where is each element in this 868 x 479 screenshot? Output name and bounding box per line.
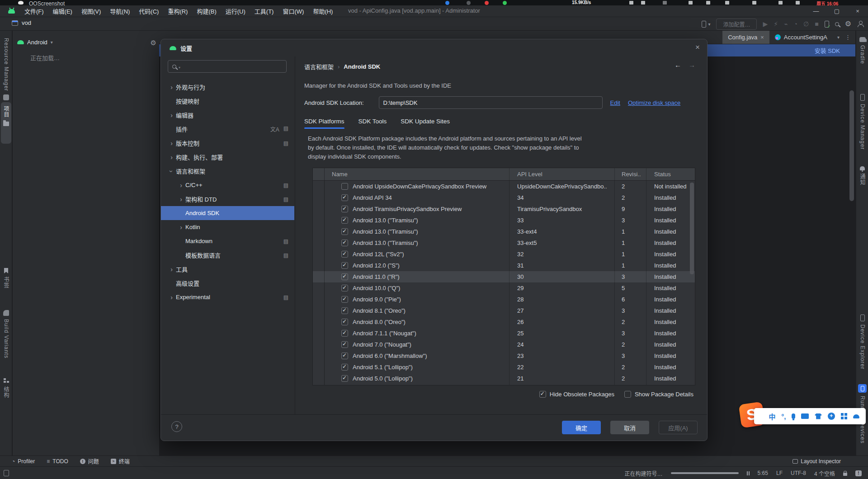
project-widget[interactable]: vod — [12, 19, 31, 26]
hide-obsolete-checkbox[interactable] — [539, 391, 546, 398]
settings-gear-icon[interactable]: ⚙ — [845, 20, 851, 28]
row-checkbox[interactable] — [341, 217, 348, 224]
close-button[interactable]: × — [847, 5, 868, 17]
sdk-tab[interactable]: SDK Tools — [359, 115, 387, 129]
stripe-bookmarks[interactable]: 书签 — [0, 268, 12, 288]
stop-button[interactable]: ■ — [815, 21, 818, 27]
ime-chinese-mode-icon[interactable]: 中 — [769, 412, 775, 421]
stripe-structure[interactable]: 结构 — [0, 378, 12, 398]
table-row[interactable]: Android UpsideDownCakePrivacySandbox Pre… — [313, 181, 695, 192]
settings-tree-item[interactable]: 工具 — [161, 262, 294, 276]
menu-item[interactable]: 构建(B) — [193, 5, 220, 17]
tray-icon[interactable] — [641, 1, 645, 5]
column-header-name[interactable]: Name — [325, 168, 509, 180]
ok-button[interactable]: 确定 — [562, 421, 601, 434]
taskbar-app-icon[interactable] — [485, 1, 489, 5]
forward-arrow-icon[interactable]: → — [689, 61, 695, 69]
line-ending[interactable]: LF — [776, 470, 783, 476]
close-tab-icon[interactable]: × — [760, 34, 764, 41]
profiler-icon[interactable]: ◔ — [794, 21, 797, 27]
ime-punctuation-icon[interactable]: °, — [781, 413, 786, 420]
table-row[interactable]: Android 10.0 ("Q") 29 5 Installed — [313, 282, 695, 294]
settings-tree-item[interactable]: Markdown ▤ — [161, 234, 294, 248]
table-row[interactable]: Android 13.0 ("Tiramisu") 33-ext4 1 Inst… — [313, 226, 695, 237]
menu-item[interactable]: 编辑(E) — [49, 5, 76, 17]
toolwindow-todo[interactable]: ≡ TODO — [47, 458, 68, 465]
stripe-notifications[interactable]: 通知 — [856, 166, 868, 185]
table-row[interactable]: Android 5.0 ("Lollipop") 21 2 Installed — [313, 373, 695, 384]
row-checkbox[interactable] — [341, 206, 348, 212]
row-checkbox[interactable] — [341, 352, 348, 359]
sdk-tab[interactable]: SDK Platforms — [304, 115, 344, 129]
table-row[interactable]: Android 12L ("Sv2") 32 1 Installed — [313, 249, 695, 260]
row-checkbox[interactable] — [341, 319, 348, 325]
settings-tree-item[interactable]: 外观与行为 — [161, 80, 294, 94]
stripe-device-manager[interactable]: Device Manager — [856, 94, 868, 150]
mic-icon[interactable] — [792, 413, 795, 419]
table-row[interactable]: Android 7.0 ("Nougat") 24 2 Installed — [313, 339, 695, 350]
row-checkbox[interactable] — [341, 262, 348, 269]
table-scrollbar[interactable] — [690, 183, 694, 274]
hide-obsolete-packages-option[interactable]: Hide Obsolete Packages — [539, 391, 614, 398]
settings-tree-item[interactable]: 插件 文A▤ — [161, 122, 294, 136]
row-checkbox[interactable] — [341, 285, 348, 291]
tray-icon[interactable] — [689, 1, 693, 5]
optimize-disk-space-link[interactable]: Optimize disk space — [628, 99, 680, 106]
event-log-icon[interactable]: ! — [855, 470, 862, 476]
stripe-resource-manager[interactable]: Resource Manager — [0, 38, 12, 100]
table-row[interactable]: Android 5.1 ("Lollipop") 22 2 Installed — [313, 362, 695, 373]
run-configuration-button[interactable]: 添加配置… — [716, 19, 757, 30]
menu-item[interactable]: 运行(U) — [222, 5, 250, 17]
dialog-close-icon[interactable]: × — [695, 43, 700, 52]
settings-search-input[interactable]: ▾ — [168, 60, 287, 73]
row-checkbox[interactable] — [341, 296, 348, 303]
table-row[interactable]: Android 8.1 ("Oreo") 27 3 Installed — [313, 305, 695, 316]
stripe-project[interactable]: 项目 — [0, 106, 12, 126]
settings-tree-item[interactable]: C/C++ ▤ — [161, 178, 294, 192]
menu-item[interactable]: 文件(F) — [20, 5, 48, 17]
help-button[interactable]: ? — [171, 421, 182, 432]
table-row[interactable]: Android 13.0 ("Tiramisu") 33-ext5 1 Inst… — [313, 237, 695, 249]
row-checkbox[interactable] — [341, 341, 348, 348]
debug-icon[interactable]: ⌁ — [784, 21, 788, 27]
tray-icon[interactable] — [629, 1, 633, 5]
settings-tree-item[interactable]: 模板数据语言 ▤ — [161, 248, 294, 262]
table-row[interactable] — [313, 384, 695, 385]
project-view-selector[interactable]: Android ▾ — [17, 39, 53, 46]
settings-tree-item[interactable]: 编辑器 — [161, 108, 294, 122]
cancel-button[interactable]: 取消 — [610, 421, 649, 434]
stripe-build-variants[interactable]: Build Variants — [0, 310, 12, 358]
ime-bug-icon[interactable] — [853, 414, 859, 418]
device-manager-icon[interactable] — [825, 21, 829, 28]
menu-item[interactable]: 导航(N) — [106, 5, 134, 17]
settings-tree-item[interactable]: 架构和 DTD ▤ — [161, 192, 294, 206]
table-row[interactable]: Android 9.0 ("Pie") 28 6 Installed — [313, 294, 695, 305]
column-header-api-level[interactable]: API Level — [509, 168, 615, 180]
breadcrumb-parent[interactable]: 语言和框架 — [304, 62, 334, 71]
column-header-status[interactable]: Status — [646, 168, 689, 180]
tray-icon[interactable] — [778, 1, 783, 5]
row-checkbox[interactable] — [341, 307, 348, 314]
run-button[interactable]: ▶ — [763, 21, 768, 27]
toolwindow-problems[interactable]: ! 问题 — [80, 457, 99, 465]
table-row[interactable]: Android API 34 34 2 Installed — [313, 192, 695, 203]
editor-scrollbar[interactable] — [849, 90, 854, 201]
row-checkbox[interactable] — [341, 364, 348, 371]
row-checkbox[interactable] — [341, 251, 348, 258]
settings-tree-item[interactable]: 版本控制 ▤ — [161, 136, 294, 150]
menu-item[interactable]: 代码(C) — [135, 5, 163, 17]
pause-build-icon[interactable] — [747, 471, 750, 475]
table-row[interactable]: Android 7.1.1 ("Nougat") 25 3 Installed — [313, 328, 695, 339]
search-icon[interactable] — [835, 22, 839, 26]
read-write-lock-icon[interactable] — [843, 473, 847, 476]
settings-tree-item[interactable]: 构建、执行、部署 — [161, 150, 294, 164]
coverage-icon[interactable]: ∅ — [803, 21, 809, 27]
settings-tree-item[interactable]: 按键映射 — [161, 94, 294, 108]
settings-tree-item[interactable]: 高级设置 — [161, 276, 294, 290]
ide-status-icon[interactable] — [4, 470, 9, 476]
file-encoding[interactable]: UTF-8 — [791, 470, 806, 476]
menu-item[interactable]: 帮助(H) — [309, 5, 337, 17]
toolwindow-terminal[interactable]: > 终端 — [111, 457, 130, 465]
toolwindow-profiler[interactable]: ◔ Profiler — [12, 458, 35, 465]
menu-item[interactable]: 窗口(W) — [278, 5, 308, 17]
